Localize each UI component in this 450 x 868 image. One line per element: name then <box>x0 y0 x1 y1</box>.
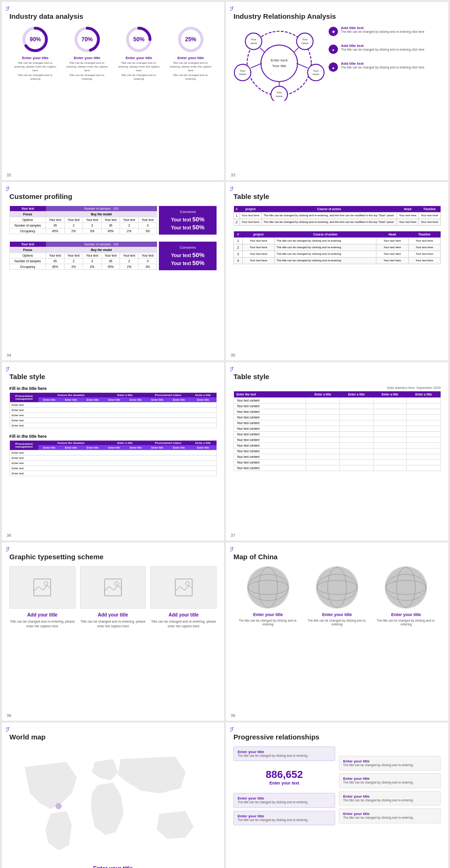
td-ns-2-5: 2 <box>120 259 139 264</box>
svg-text:name: name <box>301 42 308 45</box>
world-map-svg <box>9 746 217 860</box>
svg-line-48 <box>118 586 121 588</box>
proc-row-1-3: Enter text <box>10 413 217 418</box>
prog-box-left-2: Enter your title The title can be change… <box>233 793 335 807</box>
td-numsamples-2: Number of samples <box>10 259 46 264</box>
svg-line-51 <box>175 586 180 591</box>
progressive-content: Enter your title The title can be change… <box>233 746 441 825</box>
dt-td-3-5 <box>407 409 441 415</box>
slide-38: ℱ Graphic typesetting scheme Add your ti… <box>2 542 224 721</box>
td-35-2-2-num: 2 <box>234 244 243 251</box>
table-row-options-1: Options Your text Your text Your text Yo… <box>10 217 157 223</box>
svg-line-39 <box>34 586 38 591</box>
circle-title-1: Enter your title <box>13 56 58 60</box>
svg-text:Your: Your <box>240 69 246 72</box>
th-sub-2-7: Enter title <box>168 445 190 450</box>
dt-td-3-3 <box>340 409 374 415</box>
td-ns-1-5: 2 <box>120 223 139 228</box>
prog-box-right-3-desc: The title can be changed by clicking and… <box>343 799 436 802</box>
proc-td-2-2: Enter text <box>10 456 217 461</box>
th-35-2-hash: # <box>234 231 243 238</box>
dt-td-11-4 <box>373 454 407 460</box>
slide-40-title: World map <box>9 733 217 741</box>
prog-box-right-4-title: Enter your title <box>343 812 436 816</box>
prog-box-left-3: Enter your title The title can be change… <box>233 811 335 825</box>
globes-row-39: Enter your title The title can be change… <box>233 566 441 627</box>
circle-desc-4: Title can be changed and re-entering, pl… <box>168 61 213 72</box>
td-35-2-2-proj: Your text here <box>242 244 274 251</box>
th-proc-status-1: Procurement status <box>147 393 190 397</box>
svg-text:name: name <box>250 42 257 45</box>
dt-td-12-1: Your text content <box>234 460 306 465</box>
right-item-1: ★ Add title text The title can be change… <box>329 26 441 36</box>
slide-40: ℱ World map Enter <box>2 723 224 868</box>
dt-td-13-3 <box>340 465 374 471</box>
td-occupancy-1: Occupancy <box>10 228 46 234</box>
circles-row: 90% Enter your title Title can be change… <box>9 26 217 81</box>
slide-32: ℱ Industry data analysis 90% Enter your … <box>2 2 224 180</box>
svg-line-42 <box>47 586 51 588</box>
customer-table-left-1: Your text Number of samples : 100 Focus … <box>9 206 157 237</box>
image-card-38-1: Add your title Title can be changed and … <box>9 566 75 629</box>
td-opt-2-2: Your text <box>64 253 83 259</box>
dt-th-text: Enter the text <box>234 391 306 398</box>
image-placeholder-38-2 <box>80 566 146 609</box>
hub-diagram-area: Enter here Your title Your name Your nam… <box>233 26 325 101</box>
map-title-40: Enter your title <box>9 865 217 868</box>
prog-box-left-1-title: Enter your title <box>238 750 331 754</box>
td-35-1-2-head: Your text here <box>397 219 419 226</box>
dt-td-2-5 <box>407 404 441 409</box>
td-numsamples-1: Number of samples <box>10 223 46 228</box>
td-ns-1-4: 45 <box>101 223 120 228</box>
proc-row-2-3: Enter text <box>10 461 217 466</box>
td-35-2-1-proj: Your text here <box>242 238 274 244</box>
dt-td-1-5 <box>407 398 441 404</box>
dt-td-5-1: Your text content <box>234 420 306 426</box>
prog-center-area: 886,652 Enter your text <box>233 764 335 790</box>
td-35-2-3-head: Your text here <box>376 251 408 258</box>
slide-33-title: Industry Relationship Analysis <box>233 12 441 20</box>
concerns-2: Concerns Your text 50% Your text 50% <box>159 242 217 270</box>
td-35-2-4-num: 4 <box>234 258 243 264</box>
th-35-2-timeline: Timeline <box>408 231 440 238</box>
right-item-2-title: Add title text <box>341 44 424 48</box>
globe-desc-39-3: The title can be changed by clicking and… <box>375 619 437 627</box>
right-item-3: ▲ Add title text The title can be change… <box>329 61 441 72</box>
td-ns-2-3: 3 <box>83 259 102 264</box>
td-oc-1-6: 3% <box>138 228 157 234</box>
table-row-35-2-2: 2 Your text here The title can be change… <box>234 244 441 251</box>
circle-desc-1: Title can be changed and re-entering, pl… <box>13 61 58 72</box>
td-oc-2-4: 45% <box>101 264 120 270</box>
slide-37-title: Table style <box>233 373 441 381</box>
dt-td-8-2 <box>306 437 340 443</box>
dt-td-10-2 <box>306 449 340 454</box>
svg-line-52 <box>180 586 185 590</box>
concerns-label-1: Concerns <box>163 210 213 214</box>
td-35-2-3-proj: Your text here <box>242 251 274 258</box>
globe-circle-39-2 <box>316 566 358 609</box>
dt-td-11-3 <box>340 454 374 460</box>
dt-td-13-5 <box>407 465 441 471</box>
concerns-box-2: Concerns Your text 50% Your text 50% <box>159 242 217 273</box>
td-35-1-1-time: Your text here <box>419 213 441 219</box>
proc-td-1-4: Enter text <box>10 418 217 423</box>
slide-40-icon: ℱ <box>6 726 10 733</box>
dt-td-12-4 <box>373 460 407 465</box>
td-opt-2-3: Your text <box>83 253 102 259</box>
table-35-2: # project Course of action Head Timeline… <box>233 231 441 264</box>
prog-box-right-2-desc: The title can be changed by clicking and… <box>343 781 436 784</box>
slide-34-title: Customer profiling <box>9 192 217 200</box>
concerns-pct-2-1: Your text 50% <box>163 251 213 259</box>
td-35-2-1-head: Your text here <box>376 238 408 244</box>
td-oc-2-6: 3% <box>138 264 157 270</box>
dt-td-13-4 <box>373 465 407 471</box>
prog-box-right-3-title: Enter your title <box>343 794 436 799</box>
dt-td-1-2 <box>306 398 340 404</box>
svg-line-28 <box>294 48 299 53</box>
table-row-num-1: Number of samples 4523 4523 <box>10 223 157 228</box>
customer-table-2: Your text Number of samples : 100 Focus … <box>9 242 157 270</box>
th-sub-2-3: Enter title <box>82 445 103 450</box>
slide-33-icon: ℱ <box>230 6 234 12</box>
slide-36: ℱ Table style Fill in the title here Pro… <box>2 362 224 541</box>
th-buymodel-2: Buy the model <box>46 247 157 253</box>
